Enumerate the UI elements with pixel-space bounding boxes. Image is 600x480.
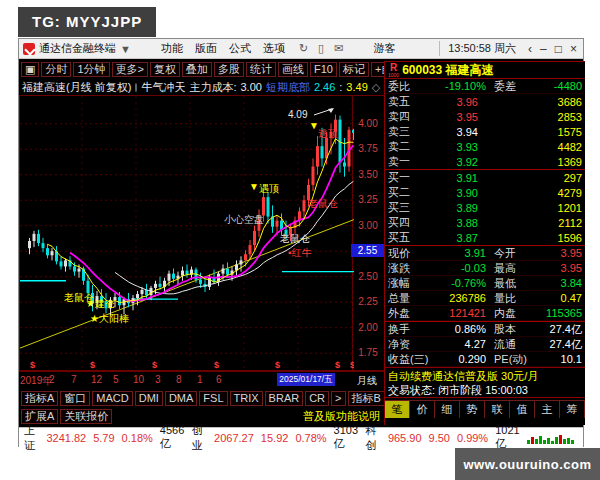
detail-value: 236786 <box>428 292 486 304</box>
cost-value: 3.00 <box>240 81 261 93</box>
candlestick-chart[interactable]: $$$$$$$4.09▼逃顶▼遇顶小心空盘老鼠仓老鼠仓▪红牛老鼠仓★建仓★大阳棒 <box>19 95 353 371</box>
buy-level-row[interactable]: 买三3.891201 <box>385 200 585 215</box>
statusbar-segment[interactable]: 上证 <box>24 423 39 453</box>
toolbar-button-更多>[interactable]: 更多> <box>112 62 148 77</box>
statusbar-segment[interactable]: 科创 <box>365 423 380 453</box>
sell-level-row[interactable]: 卖四3.952853 <box>385 109 585 124</box>
sell-levels: 卖五3.963686卖四3.952853卖三3.941575卖二3.934482… <box>385 94 585 169</box>
indicator-button-DMA[interactable]: DMA <box>165 391 197 406</box>
bottom-label: 短期底部 <box>266 80 310 95</box>
mini-bars-icon <box>527 432 578 444</box>
subscription-notice[interactable]: 自动续费通达信普及版 30元/月 <box>385 367 585 383</box>
close-icon[interactable]: × <box>570 42 577 56</box>
x-tick-label: 2019年 <box>20 374 52 388</box>
period-label[interactable]: 月线 <box>357 374 377 388</box>
detail-value: 27.4亿 <box>530 322 582 337</box>
toolbar-button-复权[interactable]: 复权 <box>150 62 180 77</box>
chart-pane: 福建高速(月线 前复权) 牛气冲天 主力成本: 3.00 短期底部 2.46 :… <box>19 79 384 427</box>
toolbar-button-统计[interactable]: 统计 <box>246 62 276 77</box>
level-price: 3.87 <box>420 232 478 244</box>
indicator-button-窗口[interactable]: 窗口 <box>60 391 90 406</box>
quote-tab-联[interactable]: 联 <box>485 401 510 418</box>
quote-details: 现价3.91今开3.95涨跌-0.03最高3.95涨幅-0.76%最低3.84总… <box>385 245 585 321</box>
indicator-button-指标B[interactable]: 指标B <box>348 391 385 406</box>
buy-level-row[interactable]: 买一3.91297 <box>385 170 585 185</box>
quote-tab-主[interactable]: 主 <box>535 401 560 418</box>
sell-level-row[interactable]: 卖一3.921369 <box>385 154 585 169</box>
statusbar-segment: 0.18% <box>122 432 153 444</box>
buy-level-row[interactable]: 买二3.904279 <box>385 185 585 200</box>
level-volume: 1369 <box>478 156 582 168</box>
x-tick-label: 5 <box>113 374 119 385</box>
quote-tab-势[interactable]: 势 <box>460 401 485 418</box>
buy-level-row[interactable]: 买五3.871596 <box>385 230 585 245</box>
menu-item-功能[interactable]: 功能 <box>161 41 183 56</box>
svg-text:老鼠仓: 老鼠仓 <box>280 233 310 244</box>
level-label: 卖四 <box>388 109 420 124</box>
toolbar-button-1分钟[interactable]: 1分钟 <box>73 62 109 77</box>
toolbar-button-叠加[interactable]: 叠加 <box>182 62 212 77</box>
toolbar-button-标记[interactable]: 标记 <box>339 62 369 77</box>
user-label[interactable]: 游客 <box>373 41 395 56</box>
statusbar-segment: 0.78% <box>295 432 326 444</box>
minimize-icon[interactable]: – <box>540 42 547 56</box>
indicator-button->[interactable]: > <box>331 391 345 406</box>
level-price: 3.91 <box>420 172 478 184</box>
back-icon[interactable]: ‹ <box>528 42 532 56</box>
detail-label: 净资 <box>388 337 428 352</box>
level-volume: 297 <box>478 172 582 184</box>
indicator-button-BRAR[interactable]: BRAR <box>265 391 304 406</box>
quote-tab-价[interactable]: 价 <box>410 401 435 418</box>
window-layout-icon[interactable]: ▣ <box>21 62 39 77</box>
toolbar-button-F10[interactable]: F10 <box>310 62 337 77</box>
detail-label: 最高 <box>486 261 530 276</box>
indicator-button-MACD[interactable]: MACD <box>92 391 132 406</box>
device-icon[interactable]: ▯ <box>318 42 324 55</box>
quote-tab-细[interactable]: 细 <box>435 401 460 418</box>
buy-level-row[interactable]: 买四3.882112 <box>385 215 585 230</box>
quote-tab-笔[interactable]: 笔 <box>385 401 410 418</box>
detail-row: 净资4.27流通27.4亿 <box>385 337 585 352</box>
sell-level-row[interactable]: 卖三3.941575 <box>385 124 585 139</box>
level-label: 买五 <box>388 230 420 245</box>
bottom-low: 2.46 <box>314 81 335 93</box>
mail-icon[interactable]: ✉ <box>334 42 343 55</box>
detail-label: 内盘 <box>486 306 530 321</box>
extension-button-关联报价[interactable]: 关联报价 <box>60 409 112 424</box>
extension-button-扩展A[interactable]: 扩展A <box>21 409 58 424</box>
menu-item-公式[interactable]: 公式 <box>229 41 251 56</box>
quote-tab-值[interactable]: 值 <box>510 401 535 418</box>
date-axis: 2025/01/17/五 月线 2019年27125103816 <box>19 371 384 387</box>
toolbar-button-分时[interactable]: 分时 <box>41 62 71 77</box>
menu-item-选项[interactable]: 选项 <box>263 41 285 56</box>
menu-item-版面[interactable]: 版面 <box>195 41 217 56</box>
sell-level-row[interactable]: 卖二3.934482 <box>385 139 585 154</box>
y-tick-label: 3.75 <box>353 143 383 154</box>
svg-text:$: $ <box>335 360 340 370</box>
indicator-button-CR[interactable]: CR <box>305 391 329 406</box>
maximize-icon[interactable]: □ <box>555 42 562 56</box>
refresh-icon[interactable]: ↻ <box>299 42 308 55</box>
level-label: 卖二 <box>388 139 420 154</box>
indicator-button-DMI[interactable]: DMI <box>135 391 163 406</box>
indicator-icon <box>135 83 137 92</box>
indicator-button-TRIX[interactable]: TRIX <box>230 391 263 406</box>
y-tick-label: 1.75 <box>353 347 383 358</box>
toolbar-button-画线[interactable]: 画线 <box>278 62 308 77</box>
sell-level-row[interactable]: 卖五3.963686 <box>385 94 585 109</box>
toolbar-button-多股[interactable]: 多股 <box>214 62 244 77</box>
level-price: 3.93 <box>420 141 478 153</box>
x-tick-label: 10 <box>133 374 144 385</box>
statusbar-segment[interactable]: 创业 <box>192 423 207 453</box>
y-tick-label: 2.00 <box>353 322 383 333</box>
trade-status: 交易状态: 闭市阶段 15:00:03 <box>385 383 585 398</box>
statusbar-segment: 965.90 <box>388 432 422 444</box>
detail-value: 27.4亿 <box>530 337 582 352</box>
quote-details-2: 换手0.86%股本27.4亿净资4.27流通27.4亿收益(三)0.290PE(… <box>385 321 585 367</box>
chevron-down-icon[interactable]: ▼ <box>120 43 131 55</box>
quote-tab-筹[interactable]: 筹 <box>560 401 585 418</box>
edition-help-link[interactable]: 普及版功能说明 <box>303 409 380 424</box>
indicator-button-指标A[interactable]: 指标A <box>21 391 58 406</box>
detail-value: 121421 <box>428 307 486 319</box>
indicator-button-FSL[interactable]: FSL <box>199 391 227 406</box>
